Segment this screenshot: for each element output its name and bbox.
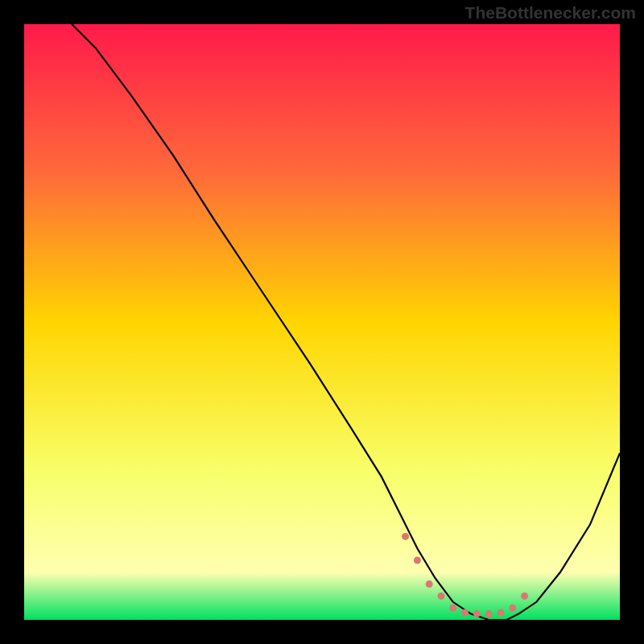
chart-background <box>24 24 620 620</box>
marker-dot <box>473 610 481 617</box>
marker-dot <box>426 580 433 588</box>
marker-dot <box>461 609 469 617</box>
marker-dot <box>521 592 528 600</box>
marker-dot <box>509 605 516 612</box>
marker-dot <box>414 557 421 564</box>
marker-dot <box>497 609 505 617</box>
marker-dot <box>402 533 409 540</box>
marker-dot <box>485 610 493 617</box>
marker-dot <box>449 605 456 612</box>
watermark-text: TheBottlenecker.com <box>465 3 636 23</box>
chart-svg <box>24 24 620 620</box>
chart-plot-area <box>24 24 620 620</box>
marker-dot <box>438 592 445 600</box>
